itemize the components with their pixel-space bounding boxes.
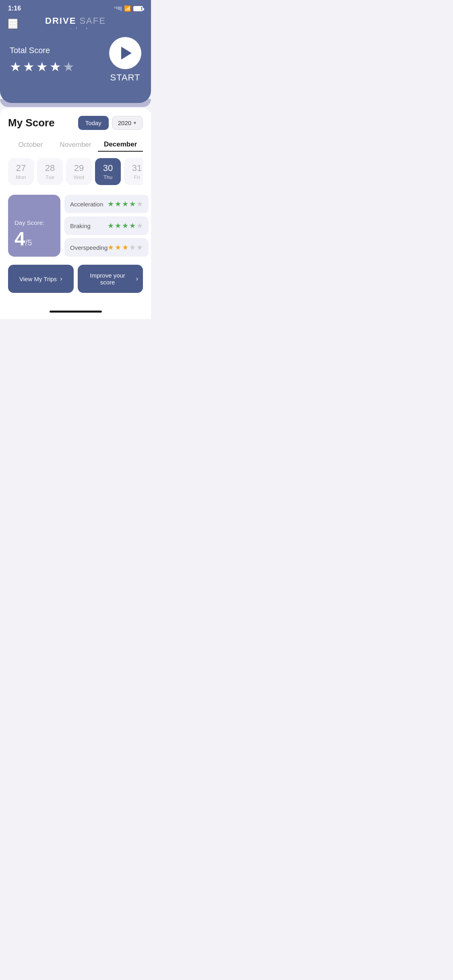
view-trips-label: View My Trips [19, 276, 57, 282]
status-icons: 📶 [114, 5, 143, 12]
star-2: ★ [23, 59, 35, 74]
day-31[interactable]: 31 Fri [124, 158, 143, 185]
day-score-label: Day Score: [14, 219, 54, 226]
start-section: START [109, 37, 141, 83]
total-score-label: Total Score [10, 46, 74, 55]
main-content: My Score Today 2020 ▼ October November D… [0, 108, 151, 307]
today-filter-button[interactable]: Today [78, 116, 109, 130]
month-tabs: October November December [8, 138, 143, 152]
metric-overspeeding-label: Overspeeding [70, 244, 108, 251]
total-score-section: Total Score ★ ★ ★ ★ ★ [10, 46, 74, 74]
start-label: START [110, 72, 140, 83]
metric-overspeeding-stars: ★ ★ ★ ★ ★ [108, 243, 143, 252]
battery-icon [133, 6, 143, 11]
metrics-list: Acceleration ★ ★ ★ ★ ★ Braking ★ ★ ★ ★ ★ [64, 195, 149, 257]
metric-braking-label: Braking [70, 222, 91, 229]
improve-score-label: Improve your score [83, 272, 133, 286]
hero-section: Total Score ★ ★ ★ ★ ★ START [0, 29, 151, 103]
day-29[interactable]: 29 Wed [66, 158, 92, 185]
dropdown-arrow-icon: ▼ [133, 121, 137, 125]
improve-score-button[interactable]: Improve your score › [78, 265, 143, 293]
day-score-number: 4 [14, 228, 25, 249]
status-time: 1:16 [8, 5, 21, 12]
logo-text: DRIVE SAFE [45, 16, 106, 26]
metric-overspeeding: Overspeeding ★ ★ ★ ★ ★ [64, 238, 149, 257]
view-trips-arrow-icon: › [60, 275, 62, 282]
metric-braking-stars: ★ ★ ★ ★ ★ [108, 221, 143, 230]
status-bar: 1:16 📶 [0, 0, 151, 15]
day-28[interactable]: 28 Tue [37, 158, 63, 185]
signal-icon [114, 6, 122, 11]
home-bar [50, 311, 102, 313]
tab-november[interactable]: November [53, 138, 98, 152]
metric-acceleration-label: Acceleration [70, 201, 103, 208]
play-icon [121, 47, 132, 60]
metric-braking: Braking ★ ★ ★ ★ ★ [64, 216, 149, 235]
metric-acceleration: Acceleration ★ ★ ★ ★ ★ [64, 195, 149, 213]
score-header: My Score Today 2020 ▼ [8, 116, 143, 130]
day-27[interactable]: 27 Mon [8, 158, 34, 185]
home-indicator [0, 307, 151, 319]
star-4: ★ [50, 59, 61, 74]
start-button[interactable]: START [109, 37, 141, 83]
score-filters: Today 2020 ▼ [78, 116, 143, 130]
play-circle [109, 37, 141, 69]
day-score-value-container: 4/5 [14, 229, 54, 249]
my-score-title: My Score [8, 117, 55, 129]
improve-score-arrow-icon: › [136, 275, 138, 282]
day-30[interactable]: 30 Thu [95, 158, 121, 185]
menu-button[interactable]: ☰ [8, 19, 18, 29]
star-5: ★ [63, 59, 74, 74]
view-my-trips-button[interactable]: View My Trips › [8, 265, 74, 293]
day-score-box: Day Score: 4/5 [8, 195, 60, 257]
score-details: Day Score: 4/5 Acceleration ★ ★ ★ ★ ★ Br… [8, 195, 143, 257]
metric-acceleration-stars: ★ ★ ★ ★ ★ [108, 200, 143, 208]
bottom-buttons: View My Trips › Improve your score › [8, 265, 143, 293]
tab-december[interactable]: December [98, 138, 143, 152]
tab-october[interactable]: October [8, 138, 53, 152]
star-1: ★ [10, 59, 21, 74]
total-score-stars: ★ ★ ★ ★ ★ [10, 59, 74, 74]
year-filter-button[interactable]: 2020 ▼ [112, 116, 143, 130]
app-header: ☰ DRIVE SAFE قـيـادتـي [0, 15, 151, 29]
day-score-denom: /5 [25, 238, 32, 247]
wifi-icon: 📶 [124, 5, 131, 12]
day-selector: 27 Mon 28 Tue 29 Wed 30 Thu 31 Fri [8, 158, 143, 187]
star-3: ★ [36, 59, 48, 74]
